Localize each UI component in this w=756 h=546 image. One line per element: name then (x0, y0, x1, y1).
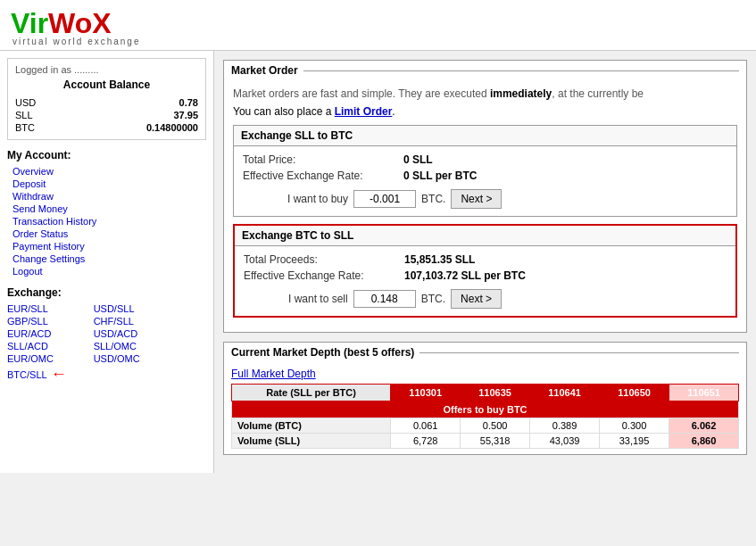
volume-sll-1: 6,728 (391, 434, 461, 449)
nav-deposit[interactable]: Deposit (7, 178, 206, 190)
exchange-btc-sll-box: Exchange BTC to SLL Total Proceeds: 15,8… (233, 224, 737, 318)
exchange-sll-btc-content: Total Price: 0 SLL Effective Exchange Ra… (234, 146, 736, 216)
logo-wox: WoX (48, 7, 112, 39)
market-order-title: Market Order (224, 61, 746, 80)
logo: VirWoX (11, 7, 745, 40)
volume-btc-2: 0.500 (461, 418, 530, 434)
btc-sll-total-proceeds-label: Total Proceeds: (244, 253, 404, 266)
nav-logout[interactable]: Logout (7, 265, 206, 277)
exchange-title: Exchange: (7, 286, 206, 299)
sll-btc-next-button[interactable]: Next > (451, 189, 502, 209)
nav-payment-history[interactable]: Payment History (7, 240, 206, 252)
offers-header-merged: Offers to buy BTC (232, 401, 739, 418)
volume-btc-label: Volume (BTC) (232, 418, 391, 434)
volume-sll-3: 43,039 (530, 434, 600, 449)
logged-in-box: Logged in as ......... Account Balance U… (7, 58, 206, 140)
sll-btc-eff-rate-value: 0 SLL per BTC (403, 170, 477, 182)
sidebar: Logged in as ......... Account Balance U… (0, 51, 214, 473)
sll-btc-unit: BTC. (421, 193, 445, 205)
market-order-box: Market Order Market orders are fast and … (223, 60, 747, 333)
market-order-content: Market orders are fast and simple. They … (224, 80, 746, 332)
balance-usd: USD 0.78 (15, 96, 198, 109)
btc-sll-want-sell-label: I want to sell (288, 293, 348, 305)
sll-btc-amount-input[interactable] (353, 190, 416, 208)
full-market-depth-link[interactable]: Full Market Depth (231, 368, 316, 380)
exchange-sll-omc[interactable]: SLL/OMC (94, 340, 140, 352)
depth-row-offers-label: Offers to buy BTC (232, 401, 739, 418)
exchange-btc-sll-link[interactable]: BTC/SLL (7, 368, 47, 381)
btc-sll-unit: BTC. (421, 293, 445, 305)
limit-order-link[interactable]: Limit Order (335, 105, 393, 118)
exchange-col1: EUR/SLL GBP/SLL EUR/ACD SLL/ACD EUR/OMC … (7, 302, 67, 384)
nav-order-status[interactable]: Order Status (7, 228, 206, 240)
market-depth-title: Current Market Depth (best 5 offers) (224, 343, 746, 362)
sll-btc-total-price-value: 0 SLL (403, 153, 433, 166)
market-depth-box: Current Market Depth (best 5 offers) Ful… (223, 342, 747, 455)
nav-send-money[interactable]: Send Money (7, 203, 206, 215)
volume-btc-3: 0.389 (530, 418, 600, 434)
nav-overview[interactable]: Overview (7, 165, 206, 178)
btc-sll-eff-rate-row: Effective Exchange Rate: 107,103.72 SLL … (244, 269, 727, 282)
rate-col-2: 110641 (530, 385, 600, 401)
logo-subtitle: virtual world exchange (11, 37, 745, 46)
btc-sll-next-button[interactable]: Next > (451, 289, 502, 309)
btc-sll-input-row: I want to sell BTC. Next > (244, 289, 727, 309)
volume-btc-1: 0.061 (391, 418, 461, 434)
balance-usd-currency: USD (15, 97, 36, 108)
immediately-text: immediately (490, 87, 552, 100)
balance-sll-currency: SLL (15, 110, 33, 120)
balance-sll: SLL 37.95 (15, 109, 198, 121)
content: Market Order Market orders are fast and … (214, 51, 756, 473)
volume-sll-5: 6,860 (669, 434, 739, 449)
sll-btc-want-buy-label: I want to buy (287, 193, 348, 205)
balance-btc-currency: BTC (15, 122, 35, 133)
my-account-section: My Account: Overview Deposit Withdraw Se… (7, 149, 206, 277)
balance-usd-amount: 0.78 (179, 97, 198, 108)
main-layout: Logged in as ......... Account Balance U… (0, 51, 756, 473)
balance-btc: BTC 0.14800000 (15, 121, 198, 134)
nav-withdraw[interactable]: Withdraw (7, 190, 206, 203)
sll-btc-eff-rate-row: Effective Exchange Rate: 0 SLL per BTC (243, 170, 727, 182)
volume-sll-label: Volume (SLL) (232, 434, 391, 449)
rate-header-label: Rate (SLL per BTC) (232, 385, 391, 401)
exchange-eur-omc[interactable]: EUR/OMC (7, 352, 67, 365)
exchange-eur-acd[interactable]: EUR/ACD (7, 327, 67, 340)
sll-btc-input-row: I want to buy BTC. Next > (243, 189, 727, 209)
arrow-icon: ← (51, 365, 67, 384)
depth-row-volume-sll: Volume (SLL) 6,728 55,318 43,039 33,195 … (232, 434, 739, 449)
sll-btc-eff-rate-label: Effective Exchange Rate: (243, 170, 403, 182)
depth-header-row: Full Market Depth (231, 368, 739, 380)
market-order-desc: Market orders are fast and simple. They … (233, 87, 737, 100)
volume-btc-5: 6.062 (669, 418, 739, 434)
exchange-usd-sll[interactable]: USD/SLL (94, 302, 140, 315)
exchange-eur-sll[interactable]: EUR/SLL (7, 302, 67, 315)
btc-sll-total-proceeds-row: Total Proceeds: 15,851.35 SLL (244, 253, 727, 266)
exchange-gbp-sll[interactable]: GBP/SLL (7, 315, 67, 327)
rate-col-3: 110650 (600, 385, 669, 401)
exchange-chf-sll[interactable]: CHF/SLL (94, 315, 140, 327)
exchange-btc-sll-header: Exchange BTC to SLL (235, 226, 735, 246)
nav-transaction-history[interactable]: Transaction History (7, 215, 206, 228)
btc-sll-amount-input[interactable] (353, 290, 416, 308)
btc-sll-eff-rate-value: 107,103.72 SLL per BTC (404, 269, 526, 282)
exchange-sll-acd[interactable]: SLL/ACD (7, 340, 67, 352)
exchange-usd-acd[interactable]: USD/ACD (94, 327, 140, 340)
volume-btc-4: 0.300 (600, 418, 669, 434)
nav-change-settings[interactable]: Change Settings (7, 252, 206, 265)
exchange-section: Exchange: EUR/SLL GBP/SLL EUR/ACD SLL/AC… (7, 286, 206, 384)
depth-table-wrapper: Full Market Depth Rate (SLL per BTC)1103… (224, 362, 746, 454)
rate-col-1: 110635 (461, 385, 530, 401)
sll-btc-total-price-row: Total Price: 0 SLL (243, 153, 727, 166)
balance-sll-amount: 37.95 (173, 110, 198, 120)
volume-sll-4: 33,195 (600, 434, 669, 449)
depth-table: Rate (SLL per BTC)1103011106351106411106… (231, 384, 739, 449)
sll-btc-total-price-label: Total Price: (243, 153, 403, 166)
exchange-btc-sll-content: Total Proceeds: 15,851.35 SLL Effective … (235, 246, 735, 316)
header: VirWoX virtual world exchange (0, 0, 756, 51)
my-account-title: My Account: (7, 149, 206, 161)
btc-sll-eff-rate-label: Effective Exchange Rate: (244, 269, 404, 282)
balance-btc-amount: 0.14800000 (146, 122, 198, 133)
exchange-usd-omc[interactable]: USD/OMC (94, 352, 140, 365)
logged-in-label: Logged in as ......... (15, 64, 198, 75)
volume-sll-2: 55,318 (461, 434, 530, 449)
